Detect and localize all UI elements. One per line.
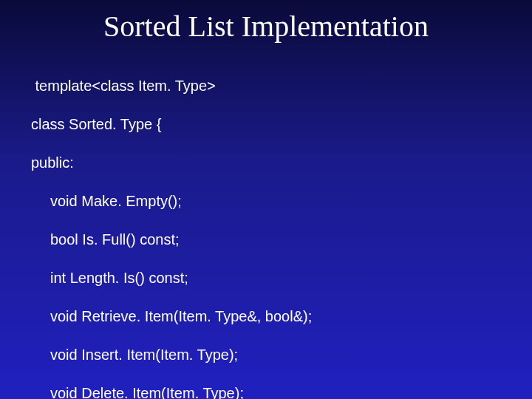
code-line: void Insert. Item(Item. Type); bbox=[50, 345, 532, 364]
code-line: void Make. Empty(); bbox=[50, 191, 532, 211]
code-line: class Sorted. Type { bbox=[31, 115, 532, 134]
code-line: template<class Item. Type> bbox=[31, 76, 532, 95]
code-line: void Retrieve. Item(Item. Type&, bool&); bbox=[50, 307, 532, 326]
code-line: public: bbox=[31, 153, 532, 172]
code-line: void Delete. Item(Item. Type); bbox=[50, 383, 532, 399]
code-block: template<class Item. Type> class Sorted.… bbox=[31, 57, 532, 399]
slide-title: Sorted List Implementation bbox=[0, 9, 532, 44]
code-line: bool Is. Full() const; bbox=[50, 230, 532, 249]
code-line: int Length. Is() const; bbox=[50, 268, 532, 287]
